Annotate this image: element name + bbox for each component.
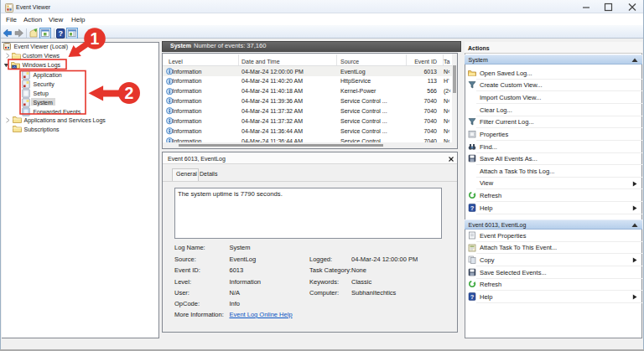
svg-text:2: 2: [125, 84, 134, 102]
svg-text:1: 1: [91, 29, 100, 48]
